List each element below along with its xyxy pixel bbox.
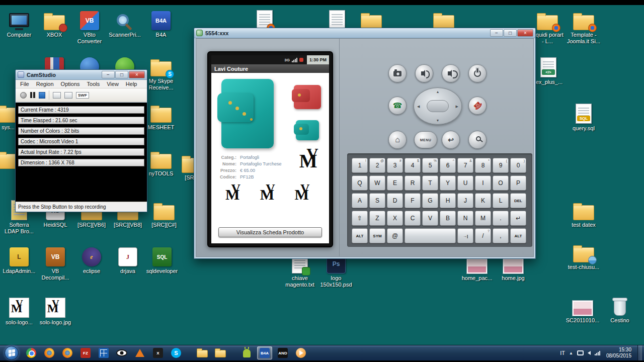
taskbar-zoomit[interactable] xyxy=(114,346,129,359)
minimize-button[interactable]: − xyxy=(102,71,115,78)
desktop-icon-drjava[interactable]: Jdrjava xyxy=(111,245,145,275)
desktop-icon-eclipse[interactable]: eeclipse xyxy=(74,245,109,275)
key-5[interactable]: %5 xyxy=(422,158,438,173)
taskbar-android-emulator[interactable] xyxy=(239,346,254,359)
desktop-icon-sc2011010[interactable]: SC2011010... xyxy=(566,295,600,324)
key-j[interactable]: J xyxy=(457,193,473,208)
desktop-icon-vb-decompil[interactable]: VBVB Decompil... xyxy=(38,245,72,281)
key-e[interactable]: E xyxy=(387,175,403,191)
key-shift[interactable]: ⇧ xyxy=(352,211,368,226)
taskbar-chrome[interactable] xyxy=(24,346,39,359)
key-tab[interactable]: →| xyxy=(457,228,473,243)
key-v[interactable]: V xyxy=(422,211,438,226)
key-period[interactable]: . xyxy=(493,211,509,226)
desktop-icon-b4a[interactable]: B4AB4A xyxy=(144,9,178,38)
close-button[interactable]: × xyxy=(517,29,533,37)
key-o[interactable]: O xyxy=(493,175,509,191)
taskbar-grid-app[interactable] xyxy=(96,346,111,359)
product-image-turquoise-wallet[interactable] xyxy=(221,79,274,148)
pause-button[interactable] xyxy=(30,92,35,98)
camera-button[interactable] xyxy=(388,64,407,82)
desktop-icon-src-c[interactable]: [SRC][C#] xyxy=(147,199,181,228)
key-sym[interactable]: SYM xyxy=(369,228,385,243)
desktop-icon-ldapadmin[interactable]: LLdapAdmin... xyxy=(2,245,36,275)
key-k[interactable]: K xyxy=(475,193,491,208)
key-3[interactable]: #3 xyxy=(387,158,403,173)
call-button[interactable] xyxy=(388,97,407,115)
key-at[interactable]: @ xyxy=(387,228,403,243)
volume-up-button[interactable] xyxy=(442,64,460,82)
end-call-button[interactable] xyxy=(468,97,487,115)
language-indicator[interactable]: IT xyxy=(560,350,565,356)
dpad-down-icon[interactable] xyxy=(436,119,440,122)
desktop-icon-test-datex[interactable]: test datex xyxy=(567,199,601,228)
desktop-icon-vbto-converter[interactable]: VBVBto Converter xyxy=(72,9,107,44)
taskbar-filezilla[interactable]: FZ xyxy=(78,346,93,359)
key-m[interactable]: M xyxy=(475,211,491,226)
key-n[interactable]: N xyxy=(457,211,473,226)
key-p[interactable]: P xyxy=(510,175,526,191)
desktop-icon-sqldeveloper[interactable]: SQLsqldeveloper xyxy=(145,245,179,275)
key-6[interactable]: ^6 xyxy=(440,158,456,173)
menu-view[interactable]: View xyxy=(103,80,122,87)
key-t[interactable]: T xyxy=(422,175,438,191)
desktop-icon-solo-logo[interactable]: VMsolo-logo... xyxy=(2,297,36,326)
menu-options[interactable]: Options xyxy=(57,80,84,87)
taskbar-explorer[interactable] xyxy=(195,346,210,359)
key-alt-right[interactable]: ALT xyxy=(510,228,526,243)
key-l[interactable]: L xyxy=(493,193,509,208)
product-thumb-turquoise-wallet[interactable] xyxy=(296,120,319,140)
key-u[interactable]: U xyxy=(457,175,473,191)
key-g[interactable]: G xyxy=(422,193,438,208)
product-thumb-red-wallet[interactable] xyxy=(294,85,321,109)
search-button[interactable] xyxy=(468,131,487,149)
key-w[interactable]: W xyxy=(369,175,385,191)
key-r[interactable]: R xyxy=(405,175,421,191)
close-button[interactable]: × xyxy=(129,71,145,78)
desktop-icon-mesheet[interactable]: MESHEET xyxy=(144,102,178,131)
dpad[interactable] xyxy=(414,87,462,125)
tray-expand-icon[interactable]: ▲ xyxy=(569,351,573,355)
desktop-icon-template-joomla-it-si[interactable]: Template - Joomla.it Si... xyxy=(567,9,601,44)
desktop-icon-solo-logo-jpg[interactable]: VMsolo-logo.jpg xyxy=(38,297,72,326)
key-9[interactable]: (9 xyxy=(493,158,509,173)
back-button[interactable] xyxy=(442,131,460,149)
key-f[interactable]: F xyxy=(405,193,421,208)
minimize-button[interactable]: − xyxy=(490,29,503,37)
key-h[interactable]: H xyxy=(440,193,456,208)
taskbar-firefox[interactable] xyxy=(42,346,57,359)
desktop-icon-query-sql[interactable]: SQLquery.sql xyxy=(567,103,601,132)
emulator-titlebar[interactable]: 5554:xxx − □ × xyxy=(194,28,535,38)
key-a[interactable]: A xyxy=(352,193,368,208)
volume-down-button[interactable] xyxy=(415,64,433,82)
taskbar-vlc[interactable] xyxy=(132,346,147,359)
power-button[interactable] xyxy=(468,64,487,82)
dpad-center-button[interactable] xyxy=(427,100,449,112)
display-tray-icon[interactable] xyxy=(577,350,584,355)
key-2[interactable]: @2 xyxy=(369,158,385,173)
menu-button[interactable]: MENU xyxy=(414,131,437,148)
dpad-left-icon[interactable] xyxy=(417,105,420,108)
volume-tray-icon[interactable] xyxy=(588,351,591,355)
key-i[interactable]: I xyxy=(475,175,491,191)
taskbar-skype[interactable]: S xyxy=(169,346,184,359)
desktop-icon-computer[interactable]: Computer xyxy=(2,9,36,38)
key-del[interactable]: DEL xyxy=(510,193,526,208)
brand-logo-thumb[interactable]: VM xyxy=(295,186,315,206)
brand-logo-thumb[interactable]: VM xyxy=(260,186,281,206)
key-d[interactable]: D xyxy=(387,193,403,208)
key-8[interactable]: *8 xyxy=(475,158,491,173)
dpad-right-icon[interactable] xyxy=(456,105,458,108)
key-s[interactable]: S xyxy=(369,193,385,208)
avi-mode-icon[interactable] xyxy=(53,92,61,99)
taskbar-media-player[interactable] xyxy=(293,346,308,359)
key-space[interactable] xyxy=(405,228,456,243)
key-0[interactable]: )0 xyxy=(510,158,526,173)
key-enter[interactable]: ↵ xyxy=(510,211,526,226)
desktop-icon-xbox[interactable]: XBOX xyxy=(37,9,71,38)
menu-help[interactable]: Help xyxy=(122,80,141,87)
desktop-icon-cestino[interactable]: Cestino xyxy=(603,295,637,324)
desktop-icon-my-skype-receive[interactable]: SMy Skype Receive... xyxy=(144,55,178,90)
desktop-icon-nytools[interactable]: nyTOOLS xyxy=(144,148,178,177)
maximize-button[interactable]: □ xyxy=(115,71,128,78)
